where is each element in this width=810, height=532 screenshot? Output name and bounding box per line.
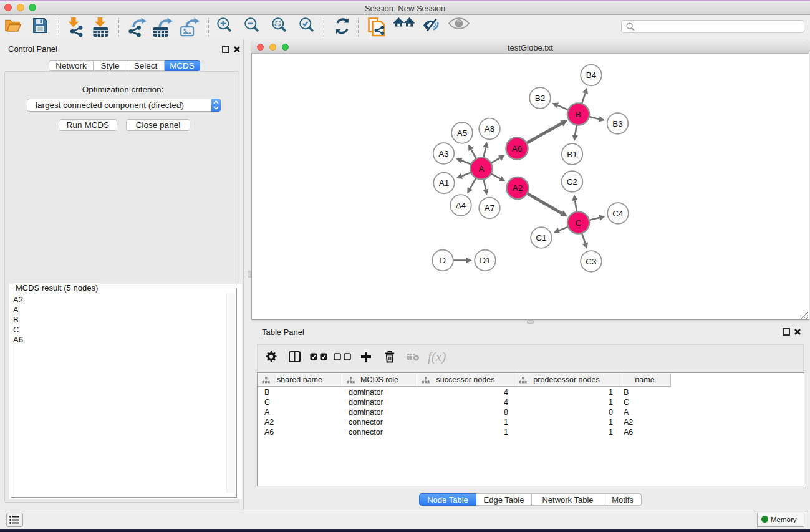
svg-text:B: B	[576, 110, 581, 119]
svg-text:D1: D1	[480, 256, 490, 265]
svg-text:A3: A3	[438, 149, 449, 158]
svg-text:A8: A8	[485, 124, 495, 133]
svg-text:C4: C4	[612, 209, 624, 218]
svg-text:C1: C1	[536, 233, 546, 243]
svg-text:A: A	[478, 164, 484, 173]
svg-text:A5: A5	[457, 128, 468, 138]
svg-text:A4: A4	[456, 201, 466, 210]
svg-text:A6: A6	[512, 144, 523, 153]
svg-text:A1: A1	[439, 178, 450, 188]
svg-text:D: D	[440, 256, 446, 265]
svg-text:B2: B2	[535, 94, 546, 103]
svg-text:C2: C2	[567, 177, 577, 186]
svg-text:A7: A7	[485, 203, 495, 213]
svg-text:B4: B4	[586, 70, 597, 80]
svg-text:C: C	[576, 218, 582, 228]
svg-text:B1: B1	[567, 150, 577, 159]
svg-text:B3: B3	[612, 119, 623, 128]
svg-text:A2: A2	[513, 183, 523, 193]
svg-text:C3: C3	[586, 257, 596, 266]
